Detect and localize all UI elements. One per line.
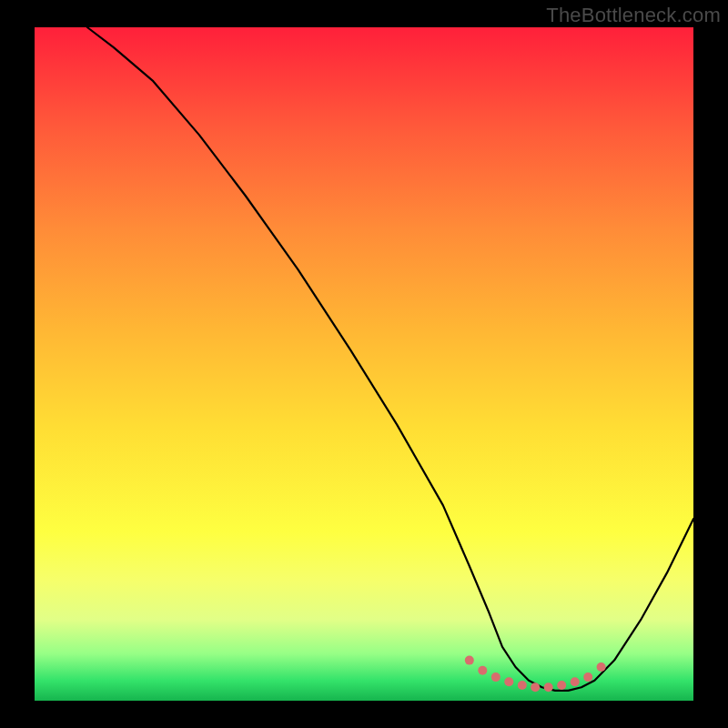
svg-point-1	[478, 666, 487, 675]
watermark-text: TheBottleneck.com	[546, 4, 721, 27]
svg-point-0	[465, 656, 474, 665]
svg-point-7	[557, 681, 566, 690]
chart-frame: TheBottleneck.com	[0, 0, 728, 728]
chart-curve	[87, 27, 693, 691]
svg-point-10	[597, 662, 606, 672]
svg-point-3	[504, 677, 513, 686]
svg-point-4	[518, 681, 527, 690]
chart-svg	[35, 27, 693, 701]
svg-point-9	[583, 672, 592, 682]
svg-point-2	[491, 672, 500, 682]
svg-point-6	[544, 682, 553, 692]
svg-point-8	[571, 677, 580, 686]
chart-plot-area	[35, 27, 693, 701]
svg-point-5	[531, 682, 540, 692]
